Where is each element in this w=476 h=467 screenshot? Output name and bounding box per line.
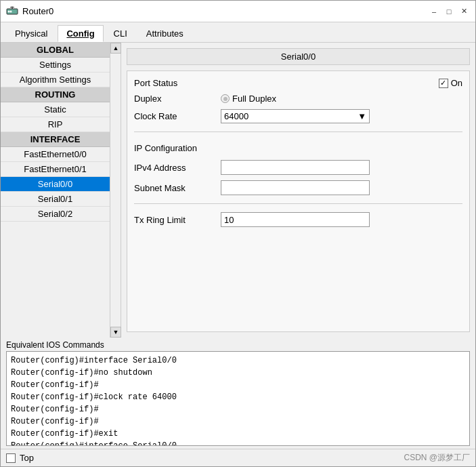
duplex-label: Duplex (134, 94, 215, 104)
close-button[interactable]: ✕ (458, 5, 470, 18)
sidebar: GLOBAL Settings Algorithm Settings ROUTI… (1, 43, 121, 338)
ip-config-label: IP Configuration (134, 140, 215, 155)
port-status-checkbox[interactable]: ✓ (439, 79, 448, 88)
clock-rate-label: Clock Rate (134, 111, 215, 121)
router-icon (6, 5, 18, 18)
sidebar-item-fastethernet00[interactable]: FastEthernet0/0 (1, 147, 110, 162)
sidebar-item-rip[interactable]: RIP (1, 117, 110, 132)
sidebar-item-serial02[interactable]: Serial0/2 (1, 207, 110, 222)
title-bar-left: Router0 (6, 5, 53, 18)
ios-line-6: Router(config-if)#exit (11, 428, 465, 440)
port-status-row: Port Status ✓ On (134, 78, 462, 88)
tx-ring-label: Tx Ring Limit (134, 215, 215, 225)
ios-line-5: Router(config-if)# (11, 415, 465, 428)
duplex-row: Duplex Full Duplex (134, 94, 462, 104)
duplex-radio-group: Full Duplex (221, 94, 276, 104)
ios-line-1: Router(config-if)#no shutdown (11, 367, 465, 379)
svg-point-2 (10, 10, 12, 12)
tab-physical[interactable]: Physical (6, 25, 56, 42)
title-bar: Router0 – □ ✕ (1, 1, 475, 22)
divider-1 (134, 131, 462, 132)
panel-header: Serial0/0 (127, 48, 470, 65)
sidebar-item-serial01[interactable]: Serial0/1 (1, 192, 110, 207)
sidebar-inner: GLOBAL Settings Algorithm Settings ROUTI… (1, 43, 110, 338)
ios-line-2: Router(config-if)# (11, 379, 465, 391)
ios-terminal[interactable]: Router(config)#interface Serial0/0 Route… (6, 351, 470, 446)
top-checkbox[interactable] (6, 453, 16, 463)
svg-point-1 (8, 10, 10, 12)
ios-line-3: Router(config-if)#clock rate 64000 (11, 391, 465, 403)
clock-rate-select[interactable]: 64000 ▼ (221, 109, 370, 123)
watermark: CSDN @源梦工厂 (404, 452, 470, 464)
tab-bar: Physical Config CLI Attributes (1, 22, 475, 43)
maximize-button[interactable]: □ (443, 5, 455, 18)
sidebar-scroll-down[interactable]: ▼ (110, 327, 121, 338)
ios-line-4: Router(config-if)# (11, 403, 465, 415)
tab-attributes[interactable]: Attributes (137, 25, 192, 42)
sidebar-item-fastethernet01[interactable]: FastEthernet0/1 (1, 162, 110, 177)
sidebar-item-algorithm-settings[interactable]: Algorithm Settings (1, 73, 110, 87)
ios-line-7: Router(config)#interface Serial0/0 (11, 440, 465, 446)
title-buttons: – □ ✕ (428, 5, 470, 18)
duplex-value: Full Duplex (232, 94, 276, 104)
main-content: GLOBAL Settings Algorithm Settings ROUTI… (1, 43, 475, 338)
ip-config-row: IP Configuration (134, 140, 462, 155)
duplex-radio[interactable] (221, 94, 230, 103)
ipv4-label: IPv4 Address (134, 163, 215, 173)
subnet-label: Subnet Mask (134, 183, 215, 193)
port-status-checkbox-group: ✓ On (439, 78, 462, 88)
status-left: Top (6, 453, 34, 463)
sidebar-item-serial00[interactable]: Serial0/0 (1, 177, 110, 192)
tab-cli[interactable]: CLI (105, 25, 136, 42)
sidebar-section-interface: INTERFACE (1, 132, 110, 147)
sidebar-scrollbar: ▲ ▼ (110, 43, 121, 338)
window-title: Router0 (22, 6, 53, 16)
clock-rate-value: 64000 (224, 111, 248, 121)
ios-line-0: Router(config)#interface Serial0/0 (11, 354, 465, 367)
config-area: Port Status ✓ On Duplex Full Duplex (127, 70, 470, 332)
subnet-row: Subnet Mask (134, 180, 462, 195)
ipv4-row: IPv4 Address (134, 160, 462, 175)
status-bar: Top CSDN @源梦工厂 (1, 449, 475, 466)
top-label: Top (20, 453, 34, 463)
minimize-button[interactable]: – (428, 5, 440, 18)
ios-commands-label: Equivalent IOS Commands (6, 340, 470, 350)
tx-ring-row: Tx Ring Limit (134, 212, 462, 227)
sidebar-section-routing: ROUTING (1, 87, 110, 102)
main-window: Router0 – □ ✕ Physical Config CLI Attrib… (0, 0, 476, 467)
sidebar-item-settings[interactable]: Settings (1, 58, 110, 73)
clock-rate-row: Clock Rate 64000 ▼ (134, 109, 462, 123)
ios-commands-section: Equivalent IOS Commands Router(config)#i… (1, 338, 475, 449)
tab-config[interactable]: Config (58, 25, 103, 42)
port-status-label: Port Status (134, 78, 215, 88)
sidebar-item-static[interactable]: Static (1, 102, 110, 117)
ipv4-input[interactable] (221, 160, 370, 175)
sidebar-scroll-up[interactable]: ▲ (110, 43, 121, 54)
tx-ring-input[interactable] (221, 212, 370, 227)
divider-2 (134, 203, 462, 204)
sidebar-section-global: GLOBAL (1, 43, 110, 58)
clock-rate-dropdown-icon: ▼ (358, 111, 366, 121)
port-status-on-label: On (451, 78, 462, 88)
right-panel: Serial0/0 Port Status ✓ On Duplex (121, 43, 475, 338)
subnet-input[interactable] (221, 180, 370, 195)
